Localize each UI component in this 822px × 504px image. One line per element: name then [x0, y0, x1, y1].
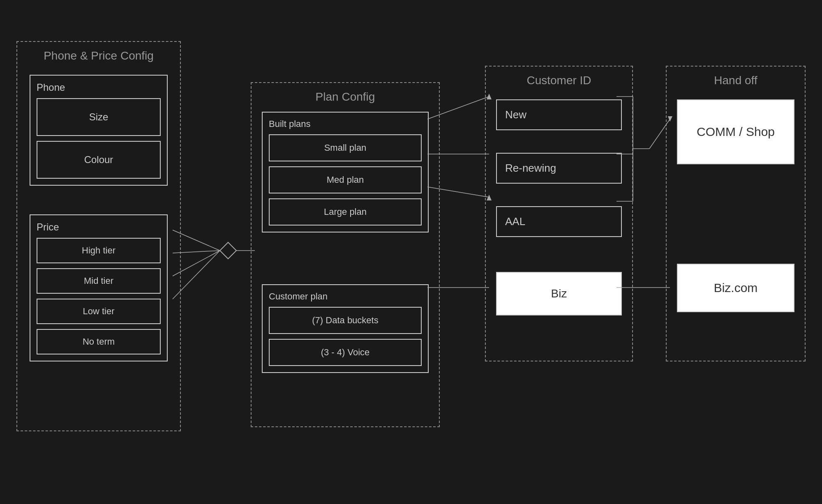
large-plan-box: Large plan: [269, 198, 422, 226]
renewing-box: Re-newing: [496, 153, 622, 184]
high-tier-box: High tier: [37, 238, 161, 263]
phone-label: Phone: [37, 82, 161, 93]
no-term-box: No term: [37, 329, 161, 354]
section-plan-config: Plan Config Built plans Small plan Med p…: [251, 82, 440, 427]
section-handoff-title: Hand off: [667, 74, 805, 87]
section-handoff: Hand off COMM / Shop Biz.com: [666, 66, 806, 361]
new-box: New: [496, 99, 622, 130]
price-group: Price High tier Mid tier Low tier No ter…: [30, 214, 168, 361]
customer-plan-group: Customer plan (7) Data buckets (3 - 4) V…: [262, 284, 429, 373]
small-plan-box: Small plan: [269, 134, 422, 161]
phone-group: Phone Size Colour: [30, 75, 168, 186]
mid-tier-box: Mid tier: [37, 268, 161, 294]
section-phone-price: Phone & Price Config Phone Size Colour P…: [16, 41, 181, 431]
customer-plan-label: Customer plan: [269, 291, 422, 302]
comm-shop-box: COMM / Shop: [677, 99, 794, 164]
built-plans-group: Built plans Small plan Med plan Large pl…: [262, 112, 429, 232]
low-tier-box: Low tier: [37, 299, 161, 324]
colour-box: Colour: [37, 141, 161, 179]
data-buckets-box: (7) Data buckets: [269, 307, 422, 334]
svg-marker-0: [220, 242, 236, 259]
built-plans-label: Built plans: [269, 119, 422, 129]
aal-box: AAL: [496, 206, 622, 237]
biz-box: Biz: [496, 272, 622, 315]
section-customer-id: Customer ID New Re-newing AAL Biz: [485, 66, 633, 361]
med-plan-box: Med plan: [269, 166, 422, 193]
biz-com-box: Biz.com: [677, 264, 794, 312]
price-label: Price: [37, 221, 161, 233]
section-phone-price-title: Phone & Price Config: [17, 49, 180, 62]
size-box: Size: [37, 98, 161, 136]
section-customer-id-title: Customer ID: [486, 74, 632, 87]
section-plan-config-title: Plan Config: [252, 90, 439, 104]
voice-box: (3 - 4) Voice: [269, 339, 422, 366]
